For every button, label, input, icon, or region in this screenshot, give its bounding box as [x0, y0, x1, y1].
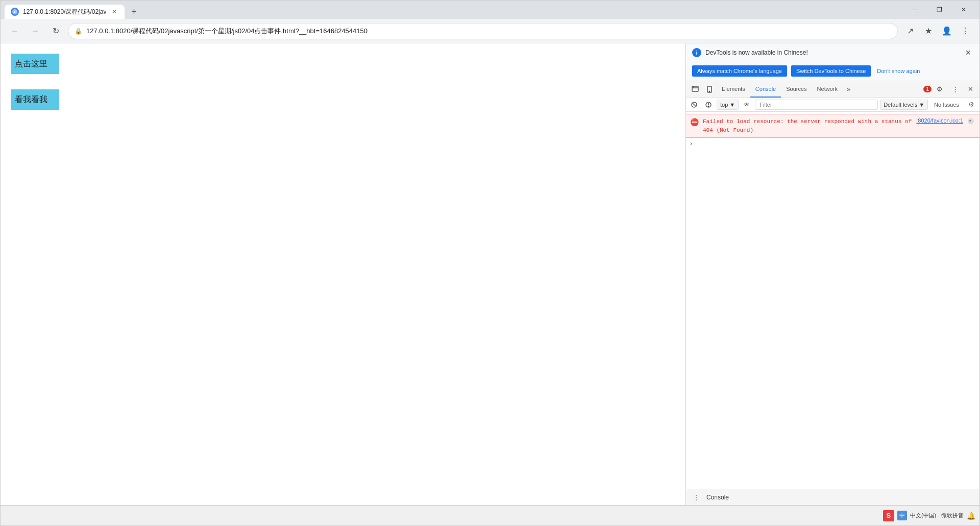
- close-button[interactable]: ✕: [952, 1, 975, 19]
- notification-actions: Always match Chrome's language Switch De…: [686, 62, 979, 81]
- expand-arrow[interactable]: ›: [690, 140, 692, 147]
- always-match-button[interactable]: Always match Chrome's language: [692, 65, 787, 77]
- svg-point-11: [708, 106, 709, 107]
- profile-button[interactable]: 👤: [939, 23, 955, 39]
- click-box[interactable]: 点击这里: [11, 54, 59, 74]
- svg-rect-2: [692, 86, 698, 91]
- devtools-tabs: Elements Console Sources Network » 1 ⚙ ⋮…: [686, 81, 979, 98]
- zh-input-icon: 中: [897, 511, 907, 520]
- secure-icon: 🔒: [75, 28, 82, 35]
- console-expand-row: ›: [686, 138, 979, 149]
- error-icon: ⛔: [690, 118, 699, 126]
- tab-title: 127.0.0.1:8020/课程代码/02jav: [23, 8, 106, 16]
- tab-close-button[interactable]: ✕: [110, 8, 118, 16]
- address-bar: ← → ↻ 🔒 127.0.0.1:8020/课程代码/02javascript…: [1, 19, 979, 43]
- menu-button[interactable]: ⋮: [957, 23, 973, 39]
- url-text: 127.0.0.1:8020/课程代码/02javascript/第一个星期/j…: [86, 27, 891, 36]
- s-icon: S: [883, 510, 894, 521]
- url-bar[interactable]: 🔒 127.0.0.1:8020/课程代码/02javascript/第一个星期…: [68, 23, 898, 39]
- minimize-button[interactable]: ─: [903, 1, 926, 19]
- svg-point-6: [709, 91, 710, 92]
- devtools-settings-button[interactable]: ⚙: [933, 82, 947, 97]
- tab-network[interactable]: Network: [812, 81, 843, 98]
- filter-input[interactable]: [755, 100, 878, 110]
- main-area: 点击这里 看我看我 i DevTools is now available in…: [1, 43, 979, 505]
- switch-chinese-button[interactable]: Switch DevTools to Chinese: [791, 65, 871, 77]
- context-selector[interactable]: top ▼: [717, 100, 739, 110]
- tab-bar: ● 127.0.0.1:8020/课程代码/02jav ✕ +: [5, 1, 901, 19]
- back-button[interactable]: ←: [7, 23, 23, 39]
- watch-box[interactable]: 看我看我: [11, 89, 59, 110]
- tab-favicon: ●: [11, 8, 19, 16]
- forward-button[interactable]: →: [27, 23, 43, 39]
- log-level-selector[interactable]: Default levels ▼: [880, 100, 928, 110]
- window-controls: ─ ❐ ✕: [903, 1, 975, 19]
- error-link[interactable]: :8020/favicon.ico:1: [916, 117, 963, 124]
- svg-text:?: ?: [969, 119, 971, 124]
- refresh-button[interactable]: ↻: [47, 23, 64, 39]
- click-box-text: 点击这里: [15, 59, 47, 69]
- devtools-tab-actions: 1 ⚙ ⋮ ✕: [921, 82, 977, 97]
- tab-console[interactable]: Console: [750, 81, 781, 98]
- bottom-bar-console-label: Console: [706, 494, 729, 501]
- svg-line-8: [693, 103, 696, 106]
- console-content: ⛔ Failed to load resource: the server re…: [686, 112, 979, 489]
- tab-more-button[interactable]: »: [843, 82, 854, 96]
- preserve-log-button[interactable]: [702, 99, 715, 111]
- active-tab[interactable]: ● 127.0.0.1:8020/课程代码/02jav ✕: [5, 5, 125, 19]
- devtools-bottom-bar: ⋮ Console: [686, 489, 979, 505]
- devtools-notification: i DevTools is now available in Chinese! …: [686, 43, 979, 62]
- notification-icon: 🔔: [967, 512, 975, 520]
- devtools-mobile-button[interactable]: [702, 82, 717, 97]
- clear-console-button[interactable]: [688, 99, 700, 111]
- console-toolbar: top ▼ 👁 Default levels ▼ No Issues ⚙: [686, 98, 979, 112]
- devtools-more-button[interactable]: ⋮: [948, 82, 962, 97]
- eye-button[interactable]: 👁: [741, 99, 753, 111]
- tab-elements[interactable]: Elements: [717, 81, 750, 98]
- dont-show-again-link[interactable]: Don't show again: [877, 68, 920, 74]
- devtools-panel: i DevTools is now available in Chinese! …: [685, 43, 979, 505]
- bottom-bar-menu-button[interactable]: ⋮: [690, 491, 702, 504]
- watch-box-text: 看我看我: [15, 94, 47, 105]
- devtools-inspect-button[interactable]: [688, 82, 702, 97]
- console-settings-button[interactable]: ⚙: [965, 99, 977, 111]
- webpage-content: 点击这里 看我看我: [1, 43, 685, 505]
- no-issues-label: No Issues: [930, 101, 963, 109]
- restore-button[interactable]: ❐: [927, 1, 951, 19]
- browser-window: ● 127.0.0.1:8020/课程代码/02jav ✕ + ─ ❐ ✕ ← …: [0, 0, 980, 526]
- console-error-row: ⛔ Failed to load resource: the server re…: [686, 114, 979, 138]
- bookmark-button[interactable]: ★: [920, 23, 937, 39]
- new-tab-button[interactable]: +: [127, 5, 141, 19]
- tab-sources[interactable]: Sources: [781, 81, 812, 98]
- error-ext-icon: ?: [967, 117, 975, 126]
- title-bar: ● 127.0.0.1:8020/课程代码/02jav ✕ + ─ ❐ ✕: [1, 1, 979, 19]
- cast-button[interactable]: ↗: [902, 23, 918, 39]
- info-icon: i: [692, 48, 701, 57]
- notification-close-button[interactable]: ✕: [963, 47, 973, 58]
- taskbar: S 中 中文(中国) - 微软拼音 🔔: [1, 505, 979, 525]
- input-method-label: 中文(中国) - 微软拼音: [910, 512, 964, 519]
- error-message: Failed to load resource: the server resp…: [703, 117, 912, 134]
- address-bar-actions: ↗ ★ 👤 ⋮: [902, 23, 973, 39]
- svg-text:●: ●: [13, 10, 16, 14]
- error-badge: 1: [923, 86, 932, 92]
- devtools-close-button[interactable]: ✕: [963, 82, 977, 97]
- notification-text: DevTools is now available in Chinese!: [705, 49, 959, 56]
